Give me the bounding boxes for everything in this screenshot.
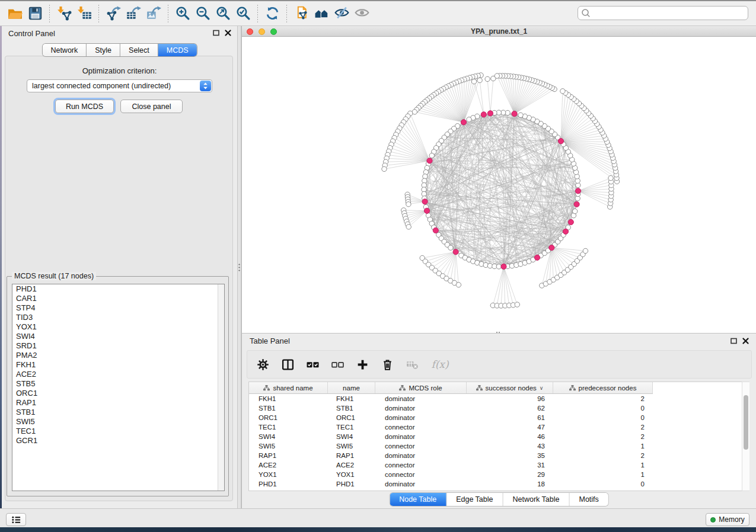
refresh-icon — [264, 5, 280, 21]
export-table-button[interactable] — [123, 4, 143, 24]
network-canvas[interactable] — [242, 37, 756, 333]
search-input[interactable] — [578, 6, 748, 20]
split-panel-icon — [282, 358, 294, 371]
delete-column-button[interactable] — [380, 357, 394, 371]
zoom-selected-button[interactable] — [233, 4, 253, 24]
tab-motifs[interactable]: Motifs — [569, 493, 608, 506]
mcds-result-list: PHD1CAR1STP4TID3YOX1SWI4SRD1PMA2FKH1ACE2… — [12, 284, 225, 491]
toolbar-separator — [286, 5, 287, 23]
tab-network-table[interactable]: Network Table — [503, 493, 570, 506]
column-header-successor-nodes[interactable]: successor nodes∨ — [467, 382, 553, 393]
mcds-result-item[interactable]: TEC1 — [12, 427, 224, 436]
vertical-splitter[interactable] — [237, 26, 241, 508]
mcds-result-item[interactable]: ACE2 — [12, 370, 224, 379]
cell-predecessor-nodes: 2 — [553, 424, 653, 431]
table-row-FKH1[interactable]: FKH1FKH1dominator962 — [249, 394, 749, 403]
table-panel-title: Table Panel — [250, 336, 290, 345]
open-file-button[interactable] — [5, 4, 25, 24]
column-header-name[interactable]: name — [328, 382, 375, 393]
add-column-button[interactable] — [355, 357, 369, 371]
table-row-YOX1[interactable]: YOX1YOX1connector291 — [249, 470, 749, 479]
cell-successor-nodes: 29 — [467, 471, 553, 478]
mcds-result-item[interactable]: PMA2 — [12, 351, 224, 360]
zoom-out-button[interactable] — [193, 4, 213, 24]
tab-network[interactable]: Network — [42, 44, 87, 56]
column-type-icon — [476, 385, 483, 391]
import-network-icon — [56, 5, 72, 21]
close-panel-button[interactable]: Close panel — [120, 100, 183, 113]
cell-successor-nodes: 96 — [467, 395, 553, 402]
refresh-button[interactable] — [262, 4, 282, 24]
export-network-button[interactable] — [103, 4, 123, 24]
clear-table-button[interactable] — [405, 357, 419, 371]
column-header-MCDS-role[interactable]: MCDS role — [375, 382, 467, 393]
task-history-button[interactable] — [6, 513, 26, 526]
cell-MCDS-role: dominator — [375, 452, 467, 459]
table-row-ACE2[interactable]: ACE2ACE2connector311 — [249, 460, 749, 470]
network-overview-button[interactable] — [311, 4, 331, 24]
close-table-panel-icon[interactable] — [742, 338, 749, 344]
mcds-result-item[interactable]: STP4 — [12, 303, 224, 313]
clone-network-button[interactable] — [291, 4, 311, 24]
mcds-result-item[interactable]: GCR1 — [12, 436, 224, 446]
cell-successor-nodes: 47 — [467, 424, 553, 431]
mcds-result-item[interactable]: CAR1 — [12, 294, 224, 303]
mcds-result-item[interactable]: STB5 — [12, 379, 224, 389]
import-network-button[interactable] — [54, 4, 74, 24]
run-mcds-button[interactable]: Run MCDS — [55, 100, 114, 113]
mcds-result-item[interactable]: RAP1 — [12, 398, 224, 408]
table-row-RAP1[interactable]: RAP1RAP1dominator352 — [249, 451, 749, 460]
hide-details-icon — [334, 5, 350, 21]
table-scrollbar-thumb[interactable] — [744, 395, 748, 450]
table-row-ORC1[interactable]: ORC1ORC1dominator610 — [249, 413, 749, 422]
tab-edge-table[interactable]: Edge Table — [446, 493, 503, 506]
mcds-result-item[interactable]: SWI5 — [12, 417, 224, 427]
mcds-result-item[interactable]: PHD1 — [12, 284, 224, 294]
open-file-icon — [7, 5, 23, 21]
zoom-in-icon — [175, 5, 191, 21]
table-row-SWI5[interactable]: SWI5SWI5connector431 — [249, 441, 749, 451]
mcds-result-item[interactable]: STB1 — [12, 408, 224, 417]
mcds-result-item[interactable]: YOX1 — [12, 322, 224, 332]
table-scrollbar[interactable] — [742, 382, 749, 491]
show-details-button[interactable] — [352, 4, 372, 24]
tab-node-table[interactable]: Node Table — [390, 493, 446, 506]
float-table-panel-icon[interactable] — [731, 338, 737, 344]
deselect-all-button[interactable] — [330, 357, 344, 371]
settings-button[interactable] — [256, 357, 270, 371]
cell-predecessor-nodes: 0 — [553, 405, 653, 412]
export-image-button[interactable] — [143, 4, 164, 24]
network-graph[interactable] — [242, 37, 756, 333]
table-row-PHD1[interactable]: PHD1PHD1dominator180 — [249, 479, 749, 489]
close-panel-icon[interactable] — [225, 30, 231, 36]
float-panel-icon[interactable] — [213, 30, 219, 36]
column-header-predecessor-nodes[interactable]: predecessor nodes — [553, 382, 653, 393]
table-row-TEC1[interactable]: TEC1TEC1connector472 — [249, 422, 749, 432]
save-session-button[interactable] — [25, 4, 45, 24]
table-row-STB1[interactable]: STB1STB1dominator620 — [249, 403, 749, 413]
select-all-button[interactable] — [305, 357, 320, 371]
mcds-list-scrollbar[interactable] — [218, 284, 224, 491]
import-table-button[interactable] — [74, 4, 94, 24]
mcds-result-group: MCDS result (17 nodes) PHD1CAR1STP4TID3Y… — [7, 276, 229, 496]
table-row-SWI4[interactable]: SWI4SWI4dominator462 — [249, 432, 749, 441]
mcds-result-item[interactable]: SWI4 — [12, 332, 224, 341]
mcds-result-item[interactable]: FKH1 — [12, 360, 224, 370]
zoom-fit-button[interactable] — [213, 4, 233, 24]
hide-details-button[interactable] — [331, 4, 352, 24]
tab-select[interactable]: Select — [120, 44, 158, 56]
tab-style[interactable]: Style — [87, 44, 120, 56]
cell-MCDS-role: connector — [375, 424, 467, 431]
mcds-result-item[interactable]: ORC1 — [12, 389, 224, 398]
tab-mcds[interactable]: MCDS — [158, 44, 197, 56]
split-panel-button[interactable] — [280, 357, 295, 371]
memory-button[interactable]: Memory — [706, 513, 749, 526]
cell-successor-nodes: 35 — [467, 452, 553, 459]
mcds-result-item[interactable]: TID3 — [12, 313, 224, 322]
function-builder-button[interactable]: f(x) — [430, 357, 450, 371]
optimization-criterion-select[interactable]: largest connected component (undirected) — [27, 79, 212, 92]
column-header-shared-name[interactable]: shared name — [249, 382, 328, 393]
cell-shared-name: STB1 — [249, 405, 328, 412]
zoom-in-button[interactable] — [173, 4, 193, 24]
mcds-result-item[interactable]: SRD1 — [12, 341, 224, 351]
